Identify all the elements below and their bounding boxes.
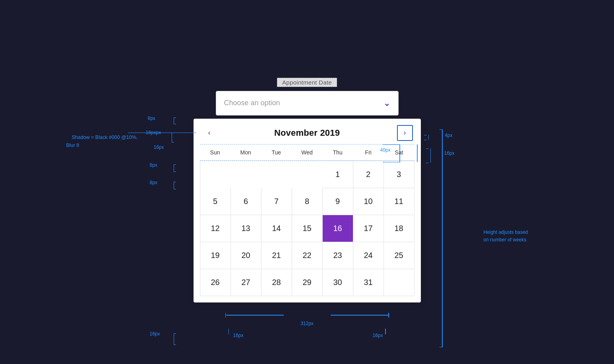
calendar-day-10[interactable]: 10 [353, 188, 384, 215]
height-adjusts-annotation: Height adjusts basedon number of weeks [483, 229, 528, 244]
calendar-day-20[interactable]: 20 [231, 242, 261, 269]
calendar-empty-end [384, 269, 414, 296]
calendar-day-29[interactable]: 29 [292, 269, 323, 296]
day-name-sun: Sun [200, 148, 230, 157]
calendar-grid: 1235678910111213141516171819202122232425… [200, 161, 414, 296]
calendar-day-9[interactable]: 9 [323, 188, 353, 215]
day-name-tue: Tue [261, 148, 292, 157]
calendar-header: ‹ November 2019 › [200, 125, 414, 141]
calendar-day-21[interactable]: 21 [261, 242, 292, 269]
calendar-day-22[interactable]: 22 [292, 242, 323, 269]
calendar-day-6[interactable]: 6 [231, 188, 261, 215]
day-name-thu: Thu [322, 148, 353, 157]
calendar-day-28[interactable]: 28 [261, 269, 292, 296]
312px-width-annotation: 312px [300, 321, 314, 326]
chevron-left-icon: ‹ [208, 129, 211, 137]
40px-annotation: 40px [380, 147, 390, 153]
calendar-day-31[interactable]: 31 [353, 269, 384, 296]
calendar-day-15[interactable]: 15 [292, 215, 323, 242]
calendar-empty [292, 161, 323, 188]
calendar-day-7[interactable]: 7 [261, 188, 292, 215]
calendar-day-14[interactable]: 14 [261, 215, 292, 242]
calendar-day-27[interactable]: 27 [231, 269, 261, 296]
chevron-right-icon: › [404, 129, 406, 137]
calendar-day-26[interactable]: 26 [200, 269, 231, 296]
day-name-fri: Fri [353, 148, 384, 157]
16px-bottom-left-annotation: 16px [233, 333, 244, 338]
next-month-button[interactable]: › [397, 125, 413, 141]
calendar-day-2[interactable]: 2 [353, 161, 384, 188]
16px-left-annotation: 16px [154, 144, 164, 150]
calendar-day-16[interactable]: 16 [323, 215, 353, 242]
appointment-date-label: Appointment Date [277, 78, 337, 87]
calendar-day-30[interactable]: 30 [323, 269, 353, 296]
calendar-day-18[interactable]: 18 [384, 215, 414, 242]
day-name-wed: Wed [292, 148, 322, 157]
dropdown-placeholder: Choose an option [224, 99, 280, 107]
month-year-title: November 2019 [217, 128, 397, 138]
calendar-day-5[interactable]: 5 [200, 188, 231, 215]
calendar-day-13[interactable]: 13 [231, 215, 261, 242]
calendar-empty [231, 161, 261, 188]
calendar-day-17[interactable]: 17 [353, 215, 384, 242]
4px-annotation: 4px [445, 133, 452, 138]
prev-month-button[interactable]: ‹ [201, 125, 217, 141]
calendar-panel: ‹ November 2019 › SunMonTueWedThuFriSat … [194, 119, 421, 302]
day-name-mon: Mon [230, 148, 261, 157]
8px-dropdown-annotation: 8px [148, 116, 155, 121]
calendar-day-12[interactable]: 12 [200, 215, 231, 242]
calendar-day-8[interactable]: 8 [292, 188, 323, 215]
8px-top-annotation: 16pxpx [146, 130, 161, 135]
calendar-day-11[interactable]: 11 [384, 188, 414, 215]
chevron-down-icon: ⌄ [384, 98, 390, 108]
16px-bottom-annotation: 16px [150, 331, 160, 337]
calendar-day-1[interactable]: 1 [323, 161, 353, 188]
calendar-day-24[interactable]: 24 [353, 242, 384, 269]
16px-bottom-right-annotation: 16px [372, 333, 383, 338]
calendar-day-19[interactable]: 19 [200, 242, 231, 269]
8px-spacing-annotation-1: 8px [150, 162, 157, 168]
16px-right-annotation: 16px [444, 150, 454, 156]
calendar-day-23[interactable]: 23 [323, 242, 353, 269]
calendar-day-25[interactable]: 25 [384, 242, 414, 269]
dropdown-select[interactable]: Choose an option ⌄ [216, 91, 399, 116]
shadow-annotation: Shadow = Black #000 @10%, Blur 8 [66, 125, 138, 157]
calendar-day-3[interactable]: 3 [384, 161, 414, 188]
8px-spacing-annotation-2: 8px [150, 180, 157, 185]
calendar-empty [261, 161, 292, 188]
calendar-empty [200, 161, 231, 188]
